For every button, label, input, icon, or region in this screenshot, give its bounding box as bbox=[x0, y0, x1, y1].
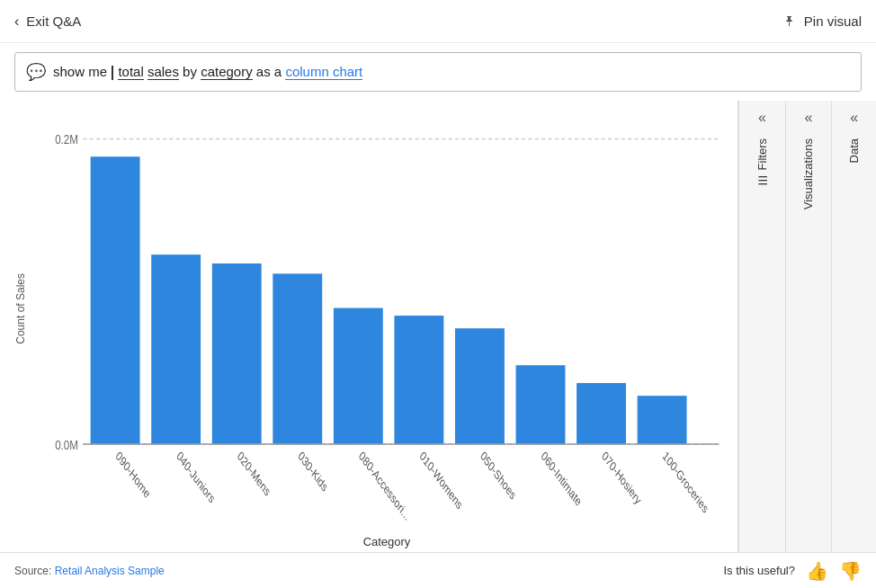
source-link[interactable]: Retail Analysis Sample bbox=[55, 565, 165, 577]
chart-main: Count of Sales 0.2M 0.0M bbox=[0, 101, 737, 552]
query-show-me: show me bbox=[53, 64, 111, 79]
x-label-020-mens: 020-Mens bbox=[235, 449, 273, 499]
chat-icon: 💬 bbox=[26, 62, 46, 82]
source-prefix: Source: bbox=[14, 565, 55, 577]
x-label-090-home: 090-Home bbox=[113, 449, 152, 501]
query-total: total bbox=[118, 64, 143, 80]
bar-030-kids[interactable] bbox=[273, 273, 322, 444]
bar-100-groceries[interactable] bbox=[638, 396, 687, 444]
query-column-chart: column chart bbox=[285, 64, 362, 80]
data-collapse-button[interactable]: « bbox=[846, 106, 862, 129]
back-chevron-icon: ‹ bbox=[14, 13, 19, 30]
x-label-010-womens: 010-Womens bbox=[417, 449, 465, 512]
query-by: by bbox=[183, 64, 201, 79]
svg-text:0.0M: 0.0M bbox=[55, 437, 78, 452]
bar-020-mens[interactable] bbox=[212, 263, 262, 444]
filters-panel: « ☰ Filters bbox=[738, 101, 785, 552]
y-axis-label: Count of Sales bbox=[14, 273, 27, 344]
x-label-030-kids: 030-Kids bbox=[296, 449, 330, 494]
page: ‹ Exit Q&A 🖈 Pin visual 💬 show me total … bbox=[0, 0, 876, 588]
bar-090-home[interactable] bbox=[91, 156, 140, 444]
text-cursor bbox=[112, 66, 113, 80]
bar-040-juniors[interactable] bbox=[151, 254, 201, 444]
query-as-a: as a bbox=[256, 64, 286, 79]
query-category: category bbox=[201, 64, 253, 80]
feedback-area: Is this useful? 👍 👎 bbox=[724, 562, 863, 580]
pin-icon: 🖈 bbox=[782, 13, 797, 30]
thumbs-down-button[interactable]: 👎 bbox=[839, 562, 862, 580]
footer: Source: Retail Analysis Sample Is this u… bbox=[0, 552, 876, 588]
bar-050-shoes[interactable] bbox=[455, 328, 505, 444]
x-label-040-juniors: 040-Juniors bbox=[174, 449, 217, 505]
svg-text:0.2M: 0.2M bbox=[55, 131, 78, 147]
filters-panel-label: ☰ Filters bbox=[755, 138, 769, 187]
visualizations-collapse-button[interactable]: « bbox=[801, 106, 817, 129]
right-panels: « ☰ Filters « Visualizations « Data bbox=[737, 101, 876, 552]
exit-qa-label: Exit Q&A bbox=[26, 13, 81, 29]
search-bar[interactable]: 💬 show me total sales by category as a c… bbox=[14, 52, 862, 92]
bar-010-womens[interactable] bbox=[394, 316, 443, 444]
pin-visual-label: Pin visual bbox=[804, 13, 862, 29]
x-label-050-shoes: 050-Shoes bbox=[478, 449, 518, 503]
exit-qa-button[interactable]: ‹ Exit Q&A bbox=[14, 13, 81, 30]
data-panel: « Data bbox=[831, 101, 876, 552]
header: ‹ Exit Q&A 🖈 Pin visual bbox=[0, 0, 876, 43]
source-info: Source: Retail Analysis Sample bbox=[14, 565, 165, 577]
data-panel-label: Data bbox=[847, 138, 861, 163]
x-label-070-hosiery: 070-Hosiery bbox=[600, 449, 644, 508]
search-query-text: show me total sales by category as a col… bbox=[53, 64, 362, 80]
x-label-080-accessories: 080-Accessori... bbox=[357, 449, 413, 523]
visualizations-panel-label: Visualizations bbox=[801, 138, 815, 209]
thumbs-up-button[interactable]: 👍 bbox=[806, 562, 828, 580]
bar-080-accessories[interactable] bbox=[334, 308, 383, 444]
bar-060-intimate[interactable] bbox=[516, 365, 566, 444]
content-row: Count of Sales 0.2M 0.0M bbox=[0, 101, 876, 552]
x-label-100-groceries: 100-Groceries bbox=[660, 449, 711, 516]
x-axis-label: Category bbox=[45, 535, 729, 548]
feedback-question: Is this useful? bbox=[724, 564, 796, 577]
x-label-060-intimate: 060-Intimate bbox=[539, 449, 584, 509]
bar-chart-svg: 0.2M 0.0M bbox=[45, 101, 729, 533]
visualizations-panel: « Visualizations bbox=[785, 101, 832, 552]
filters-collapse-button[interactable]: « bbox=[755, 106, 770, 129]
query-sales: sales bbox=[147, 64, 179, 80]
bar-070-hosiery[interactable] bbox=[577, 383, 626, 444]
pin-visual-button[interactable]: 🖈 Pin visual bbox=[782, 13, 862, 30]
